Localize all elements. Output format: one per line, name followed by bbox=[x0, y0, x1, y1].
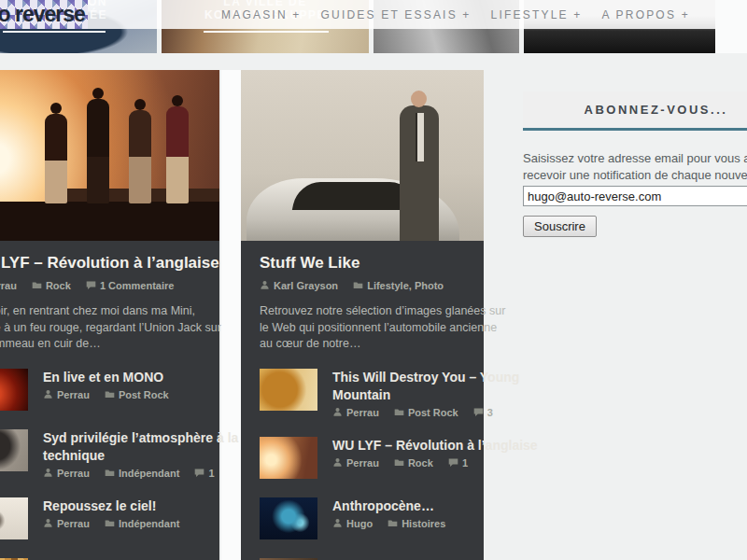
list-item-meta: Perrau Rock 1 bbox=[332, 457, 465, 469]
rooftop-shape bbox=[0, 202, 219, 241]
category-link[interactable]: Rock bbox=[32, 280, 71, 291]
post-meta: Karl Grayson Lifestyle, Photo bbox=[260, 280, 465, 291]
person-icon bbox=[332, 457, 343, 468]
nav-item-magasin[interactable]: MAGASIN + bbox=[221, 8, 301, 21]
band-member-silhouette bbox=[166, 106, 189, 203]
category-link[interactable]: Post Rock bbox=[394, 407, 458, 418]
list-item-thumbnail bbox=[260, 497, 317, 539]
person-icon bbox=[43, 389, 53, 399]
author-link[interactable]: Karl Grayson bbox=[260, 280, 338, 291]
folder-icon bbox=[388, 518, 398, 528]
band-member-silhouette bbox=[129, 110, 151, 203]
nav-item-lifestyle[interactable]: LIFESTYLE + bbox=[491, 8, 583, 21]
post-excerpt: Un soir, en rentrant chez moi dans ma Mi… bbox=[0, 303, 201, 353]
nav-item-guides-et-essais[interactable]: GUIDES ET ESSAIS + bbox=[320, 8, 471, 21]
author-link[interactable]: Perrau bbox=[43, 518, 90, 529]
subscribe-email-input[interactable] bbox=[523, 186, 747, 206]
post-title[interactable]: WU LYF – Révolution à l’anglaise bbox=[0, 254, 201, 273]
person-icon bbox=[260, 280, 270, 290]
folder-icon bbox=[394, 407, 404, 417]
subscribe-widget-header: ABONNEZ-VOUS... bbox=[523, 91, 747, 131]
category-link[interactable]: Post Rock bbox=[105, 389, 169, 400]
person-icon bbox=[332, 407, 343, 417]
list-item[interactable]: Repoussez le ciel! Perrau Indépendant bbox=[0, 497, 201, 539]
post-hero-image[interactable] bbox=[0, 70, 219, 241]
list-item-thumbnail bbox=[0, 429, 28, 471]
related-posts-list: This Will Destroy You – YoungMountain Pe… bbox=[260, 369, 465, 560]
author-link[interactable]: Perrau bbox=[332, 457, 379, 469]
subscribe-button[interactable]: Souscrire bbox=[523, 216, 597, 237]
column-gap bbox=[221, 70, 241, 560]
person-icon bbox=[43, 518, 53, 528]
post-card-wu-lyf: WU LYF – Révolution à l’anglaise Perrau … bbox=[0, 70, 219, 560]
folder-icon bbox=[105, 518, 115, 528]
list-item-title[interactable]: Syd privilégie l’atmosphère à latechniqu… bbox=[43, 429, 201, 465]
list-item-meta: Perrau Indépendant bbox=[43, 518, 201, 529]
list-item[interactable]: Syd privilégie l’atmosphère à latechniqu… bbox=[0, 429, 201, 479]
person-icon bbox=[332, 518, 343, 528]
comment-icon bbox=[86, 280, 96, 290]
site-logo-text: auto reverse bbox=[0, 2, 85, 27]
list-item-thumbnail bbox=[260, 437, 317, 479]
nav-item-a-propos[interactable]: A PROPOS + bbox=[601, 8, 689, 21]
comments-link[interactable]: 3 bbox=[473, 407, 493, 418]
main-nav: MAGASIN + GUIDES ET ESSAIS + LIFESTYLE +… bbox=[221, 0, 690, 29]
category-link[interactable]: Indépendant bbox=[105, 468, 179, 479]
list-item-thumbnail bbox=[0, 369, 28, 411]
author-link[interactable]: Perrau bbox=[43, 468, 90, 479]
post-hero-image[interactable] bbox=[241, 70, 484, 241]
comment-icon bbox=[473, 407, 484, 417]
author-link[interactable]: Perrau bbox=[0, 280, 17, 291]
list-item-title[interactable]: Anthropocène… bbox=[332, 497, 465, 515]
site-logo[interactable]: auto reverse bbox=[0, 0, 88, 29]
list-item-meta: Perrau Indépendant 1 bbox=[43, 468, 201, 479]
slide-underline bbox=[3, 31, 106, 33]
author-link[interactable]: Perrau bbox=[43, 389, 90, 400]
list-item-thumbnail bbox=[260, 369, 317, 411]
folder-icon bbox=[394, 457, 404, 468]
list-item-title[interactable]: This Will Destroy You – YoungMountain bbox=[332, 369, 465, 404]
folder-icon bbox=[105, 389, 115, 399]
list-item-title[interactable]: WU LYF – Révolution à l’anglaise bbox=[332, 437, 465, 455]
category-link[interactable]: Histoires bbox=[388, 518, 445, 529]
post-title[interactable]: Stuff We Like bbox=[260, 254, 465, 273]
author-link[interactable]: Hugo bbox=[332, 518, 373, 529]
list-item-title[interactable]: Repoussez le ciel! bbox=[43, 497, 201, 515]
category-link[interactable]: Indépendant bbox=[105, 518, 179, 529]
comments-link[interactable]: 1 Commentaire bbox=[86, 280, 174, 291]
comment-icon bbox=[448, 457, 458, 468]
list-item-meta: Perrau Post Rock bbox=[43, 389, 201, 400]
post-excerpt: Retrouvez notre sélection d’images glané… bbox=[260, 303, 465, 353]
related-posts-list: En live et en MONO Perrau Post Rock Syd … bbox=[0, 369, 201, 560]
comments-link[interactable]: 1 bbox=[194, 468, 214, 479]
slide-underline bbox=[204, 31, 329, 33]
category-link[interactable]: Rock bbox=[394, 457, 433, 469]
band-member-silhouette bbox=[45, 114, 67, 203]
list-item-thumbnail bbox=[0, 497, 28, 539]
comment-icon bbox=[194, 468, 204, 478]
person-icon bbox=[43, 468, 53, 478]
subscribe-description: Saisissez votre adresse email pour vous … bbox=[523, 150, 747, 183]
folder-icon bbox=[105, 468, 115, 478]
header-blank-area bbox=[715, 0, 747, 53]
folder-icon bbox=[353, 280, 363, 290]
post-card-stuff-we-like: Stuff We Like Karl Grayson Lifestyle, Ph… bbox=[241, 70, 484, 560]
folder-icon bbox=[32, 280, 42, 290]
comments-link[interactable]: 1 bbox=[448, 457, 468, 469]
list-item[interactable]: En live et en MONO Perrau Post Rock bbox=[0, 369, 201, 411]
list-item-title[interactable]: En live et en MONO bbox=[43, 369, 201, 386]
category-link[interactable]: Lifestyle, Photo bbox=[353, 280, 444, 291]
post-meta: Perrau Rock 1 Commentaire bbox=[0, 280, 201, 291]
author-link[interactable]: Perrau bbox=[332, 407, 379, 418]
list-item[interactable]: This Will Destroy You – YoungMountain Pe… bbox=[260, 369, 465, 418]
man-silhouette bbox=[400, 105, 439, 241]
subscribe-title: ABONNEZ-VOUS... bbox=[523, 91, 747, 128]
list-item[interactable]: WU LYF – Révolution à l’anglaise Perrau … bbox=[260, 437, 465, 479]
list-item-meta: Perrau Post Rock 3 bbox=[332, 407, 465, 418]
band-member-silhouette bbox=[87, 99, 109, 203]
list-item-meta: Hugo Histoires bbox=[332, 518, 465, 529]
list-item[interactable]: Anthropocène… Hugo Histoires bbox=[260, 497, 465, 539]
